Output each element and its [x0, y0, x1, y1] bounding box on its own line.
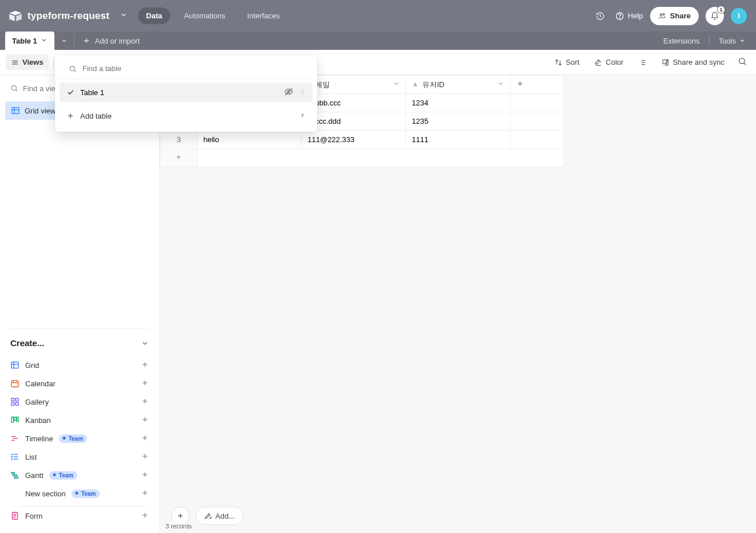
create-view-form[interactable]: Form	[3, 507, 156, 525]
add-table-label: Add table	[80, 112, 112, 120]
extensions-button[interactable]: Extensions	[663, 37, 700, 45]
create-view-kanban[interactable]: Kanban	[3, 411, 156, 429]
chevron-down-icon[interactable]	[497, 80, 504, 89]
cell-email[interactable]: 111@222.333	[302, 131, 406, 149]
find-table-input[interactable]	[82, 64, 304, 73]
views-label: Views	[22, 58, 44, 66]
base-menu-chevron-icon[interactable]	[120, 11, 128, 21]
view-type-icon	[10, 511, 19, 520]
color-button[interactable]: Color	[589, 54, 629, 70]
share-sync-button[interactable]: Share and sync	[656, 54, 730, 70]
share-button[interactable]: Share	[650, 7, 699, 25]
tab-table-label: Table 1	[12, 37, 37, 45]
notifications-button[interactable]: 1	[706, 7, 724, 25]
create-section-header[interactable]: Create...	[10, 328, 149, 352]
add-row-plus[interactable]	[160, 149, 198, 167]
cell-name[interactable]: hello	[198, 131, 302, 149]
search-icon	[69, 65, 77, 73]
cell-empty[interactable]	[510, 112, 564, 131]
create-view-new-section[interactable]: New section Team	[3, 484, 156, 503]
create-view-list[interactable]: List	[3, 448, 156, 466]
view-item-label: Grid view	[25, 107, 56, 115]
color-label: Color	[606, 58, 624, 66]
create-view-label: Grid	[25, 361, 40, 370]
add-menu-button[interactable]: Add...	[195, 507, 243, 525]
svg-point-88	[303, 89, 304, 91]
chevron-down-icon[interactable]	[393, 80, 400, 89]
help-button[interactable]: Help	[615, 11, 643, 21]
team-badge: Team	[49, 471, 77, 480]
sort-label: Sort	[566, 58, 580, 66]
chevron-right-icon	[299, 112, 306, 120]
tab-table-chevron-icon[interactable]	[41, 37, 48, 45]
create-view-gallery[interactable]: Gallery	[3, 393, 156, 411]
views-sidebar: Grid view Create... Grid Calendar Galler…	[0, 75, 160, 533]
add-view-plus-icon[interactable]	[141, 360, 149, 370]
add-view-plus-icon[interactable]	[141, 397, 149, 407]
add-row[interactable]	[160, 149, 564, 167]
create-view-label: Gantt	[25, 471, 44, 480]
base-name[interactable]: typeform-request	[27, 10, 109, 22]
svg-point-19	[11, 85, 16, 90]
svg-point-82	[211, 517, 211, 518]
view-type-icon	[10, 452, 19, 461]
cell-empty[interactable]	[510, 94, 564, 112]
add-view-plus-icon[interactable]	[141, 452, 149, 462]
table-option-table1[interactable]: Table 1	[60, 83, 313, 102]
row-height-button[interactable]	[633, 55, 652, 70]
row-number[interactable]: 3	[160, 131, 198, 149]
add-view-plus-icon[interactable]	[141, 434, 149, 444]
table-row[interactable]: 3 hello 111@222.333 1111	[160, 131, 564, 149]
svg-point-55	[11, 454, 12, 454]
find-table	[60, 60, 313, 79]
hide-table-icon[interactable]	[284, 87, 293, 98]
add-view-plus-icon[interactable]	[141, 416, 149, 425]
column-header-userid[interactable]: 유저ID	[406, 76, 510, 94]
svg-rect-43	[14, 417, 16, 421]
history-icon[interactable]	[592, 8, 608, 24]
add-table-button[interactable]: Add table	[60, 105, 313, 126]
create-list: Grid Calendar Gallery Kanban Timeline Te…	[0, 352, 159, 533]
records-count: 3 records	[166, 523, 192, 530]
grid-area: 이메일 유저ID 1	[160, 75, 756, 533]
add-or-import-button[interactable]: Add or import	[74, 32, 148, 50]
svg-point-2	[660, 13, 662, 15]
svg-rect-36	[11, 398, 14, 401]
create-view-timeline[interactable]: Timeline Team	[3, 429, 156, 448]
add-view-plus-icon[interactable]	[141, 511, 149, 521]
search-icon[interactable]	[734, 53, 750, 71]
drag-handle-icon[interactable]	[299, 88, 306, 97]
add-view-plus-icon[interactable]	[141, 379, 149, 389]
svg-rect-38	[11, 402, 14, 405]
add-or-import-label: Add or import	[95, 37, 140, 45]
cell-userid[interactable]: 1111	[406, 131, 510, 149]
add-view-plus-icon[interactable]	[141, 471, 149, 480]
view-type-icon	[10, 416, 19, 425]
column-userid-label: 유저ID	[422, 80, 444, 90]
sort-button[interactable]: Sort	[549, 54, 585, 70]
tab-table-active[interactable]: Table 1	[5, 32, 54, 50]
create-view-gantt[interactable]: Gantt Team	[3, 466, 156, 484]
nav-interfaces[interactable]: Interfaces	[239, 7, 288, 24]
avatar[interactable]: I	[731, 8, 747, 24]
views-toggle[interactable]: Views	[6, 54, 49, 70]
cell-userid[interactable]: 1235	[406, 112, 510, 131]
create-view-grid[interactable]: Grid	[3, 356, 156, 374]
add-field-button[interactable]	[510, 76, 564, 94]
chevron-down-icon	[141, 339, 149, 347]
cell-empty[interactable]	[510, 131, 564, 149]
cell-userid[interactable]: 1234	[406, 94, 510, 112]
add-view-plus-icon[interactable]	[141, 489, 149, 499]
tables-dropdown-button[interactable]	[54, 32, 74, 50]
create-view-label: Calendar	[25, 379, 56, 388]
create-view-calendar[interactable]: Calendar	[3, 374, 156, 393]
svg-point-91	[301, 93, 302, 94]
base-icon[interactable]	[9, 10, 22, 22]
nav-automations[interactable]: Automations	[176, 7, 233, 24]
create-view-label: New section	[25, 489, 66, 498]
tools-button[interactable]: Tools	[719, 37, 746, 45]
nav-data[interactable]: Data	[138, 7, 170, 24]
svg-rect-25	[11, 362, 18, 369]
svg-point-56	[11, 456, 12, 457]
view-type-icon	[10, 489, 19, 498]
